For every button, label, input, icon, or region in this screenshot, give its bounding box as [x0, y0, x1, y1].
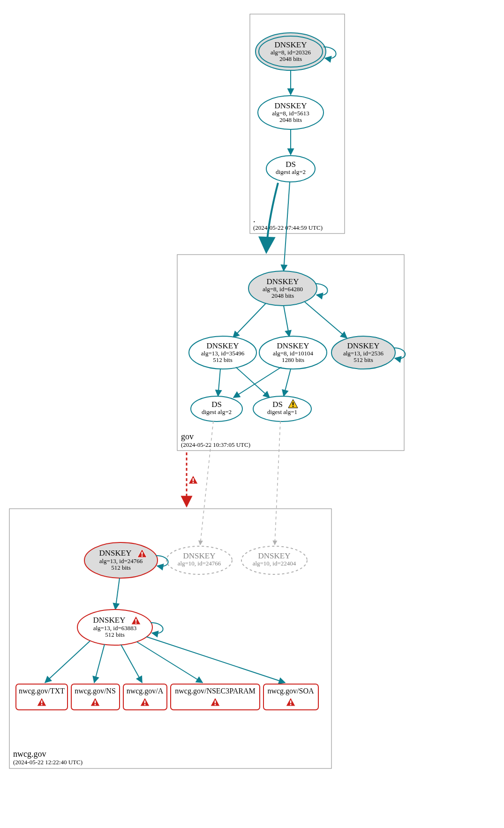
- rrset-ns[interactable]: nwcg.gov/NS: [71, 684, 120, 710]
- node-root-zsk[interactable]: DNSKEY alg=8, id=5613 2048 bits: [258, 96, 323, 129]
- zone-nwcg: nwcg.gov (2024-05-22 12:22:40 UTC): [9, 509, 331, 768]
- svg-text:.: .: [253, 215, 256, 224]
- zone-nwcg-name: nwcg.gov: [13, 749, 46, 759]
- svg-text:(2024-05-22 10:37:05 UTC): (2024-05-22 10:37:05 UTC): [181, 441, 250, 448]
- edge-z13-ds2: [218, 369, 220, 396]
- svg-text:alg=10, id=22404: alg=10, id=22404: [253, 560, 296, 567]
- svg-text:DNSKEY: DNSKEY: [207, 341, 239, 350]
- rrset-txt[interactable]: nwcg.gov/TXT: [16, 684, 68, 710]
- node-gov-ds2[interactable]: DS digest alg=2: [191, 396, 242, 422]
- node-gov-zsk13[interactable]: DNSKEY alg=13, id=35496 512 bits: [189, 336, 256, 369]
- node-gov-ksk[interactable]: DNSKEY alg=8, id=64280 2048 bits: [248, 271, 317, 306]
- node-nwcg-ksk[interactable]: DNSKEY alg=13, id=24766 512 bits: [84, 542, 158, 578]
- svg-text:DNSKEY: DNSKEY: [275, 40, 307, 49]
- svg-text:DNSKEY: DNSKEY: [99, 549, 132, 557]
- edge-govksk-z13: [233, 303, 266, 338]
- edge-z8-ds1: [284, 369, 291, 396]
- edge-zsk-a: [121, 645, 142, 683]
- svg-text:alg=8, id=20326: alg=8, id=20326: [271, 49, 311, 56]
- svg-text:512 bits: 512 bits: [111, 564, 131, 571]
- svg-text:alg=13, id=63883: alg=13, id=63883: [93, 625, 137, 632]
- svg-text:DNSKEY: DNSKEY: [275, 101, 307, 110]
- svg-text:DNSKEY: DNSKEY: [347, 341, 380, 350]
- zone-gov-time: (2024-05-22 10:37:05 UTC): [181, 441, 250, 448]
- svg-text:nwcg.gov: nwcg.gov: [13, 749, 46, 759]
- svg-text:DNSKEY: DNSKEY: [277, 341, 309, 350]
- node-root-ksk[interactable]: DNSKEY alg=8, id=20326 2048 bits: [256, 33, 326, 70]
- svg-text:alg=8, id=5613: alg=8, id=5613: [272, 110, 309, 117]
- edge-zsk-ns: [94, 644, 105, 683]
- svg-text:1280 bits: 1280 bits: [282, 356, 304, 363]
- node-gov-sep13[interactable]: DNSKEY alg=13, id=2536 512 bits: [331, 336, 395, 369]
- svg-text:2048 bits: 2048 bits: [279, 116, 302, 123]
- svg-text:DNSKEY: DNSKEY: [93, 616, 126, 625]
- edge-nwcgksk-zsk: [115, 578, 120, 610]
- svg-text:digest alg=1: digest alg=1: [267, 408, 297, 415]
- svg-text:DNSKEY: DNSKEY: [267, 277, 299, 286]
- svg-text:gov: gov: [181, 432, 194, 441]
- edge-govksk-sep13: [305, 302, 347, 338]
- svg-text:digest alg=2: digest alg=2: [202, 408, 232, 415]
- edge-ds1-nwcgkey2: [275, 421, 280, 545]
- zone-root-time: (2024-05-22 07:44:59 UTC): [253, 224, 323, 231]
- svg-text:nwcg.gov/NSEC3PARAM: nwcg.gov/NSEC3PARAM: [175, 687, 255, 695]
- zone-nwcg-time: (2024-05-22 12:22:40 UTC): [13, 759, 83, 766]
- svg-text:512 bits: 512 bits: [354, 356, 373, 363]
- svg-rect-44: [9, 509, 331, 768]
- svg-text:512 bits: 512 bits: [213, 356, 233, 363]
- svg-text:nwcg.gov/TXT: nwcg.gov/TXT: [19, 687, 65, 695]
- svg-text:512 bits: 512 bits: [105, 631, 125, 638]
- svg-text:(2024-05-22 07:44:59 UTC): (2024-05-22 07:44:59 UTC): [253, 224, 323, 231]
- zone-root-name: .: [253, 215, 256, 224]
- node-nwcg-ghost1[interactable]: DNSKEY alg=10, id=24766: [166, 546, 232, 574]
- warning-icon: [188, 475, 198, 484]
- node-gov-zsk8[interactable]: DNSKEY alg=8, id=10104 1280 bits: [259, 336, 327, 369]
- edge-zsk-txt: [45, 641, 90, 683]
- svg-text:alg=10, id=24766: alg=10, id=24766: [178, 560, 221, 567]
- svg-text:nwcg.gov/NS: nwcg.gov/NS: [75, 687, 116, 695]
- node-root-ds[interactable]: DS digest alg=2: [266, 156, 315, 182]
- svg-text:nwcg.gov/A: nwcg.gov/A: [127, 687, 164, 695]
- svg-text:DS: DS: [272, 400, 283, 409]
- svg-text:nwcg.gov/SOA: nwcg.gov/SOA: [267, 687, 314, 695]
- edge-root-gov-deleg: [266, 183, 278, 252]
- svg-text:2048 bits: 2048 bits: [279, 55, 302, 62]
- svg-text:DS: DS: [286, 160, 296, 169]
- edge-govksk-z8: [284, 306, 289, 337]
- svg-text:digest alg=2: digest alg=2: [276, 168, 306, 175]
- svg-text:alg=13, id=35496: alg=13, id=35496: [201, 350, 245, 357]
- node-nwcg-ghost2[interactable]: DNSKEY alg=10, id=22404: [241, 546, 307, 574]
- svg-text:DNSKEY: DNSKEY: [258, 551, 291, 560]
- zone-gov-name: gov: [181, 432, 194, 441]
- rrset-nsec3param[interactable]: nwcg.gov/NSEC3PARAM: [171, 684, 260, 710]
- svg-text:alg=8, id=10104: alg=8, id=10104: [273, 350, 314, 357]
- svg-text:alg=13, id=2536: alg=13, id=2536: [343, 350, 384, 357]
- edge-ds2-nwcgkey1: [200, 421, 213, 545]
- svg-text:DS: DS: [211, 400, 222, 409]
- svg-text:2048 bits: 2048 bits: [271, 292, 294, 299]
- edge-zsk-nsec: [137, 642, 203, 683]
- svg-text:alg=13, id=24766: alg=13, id=24766: [99, 557, 143, 565]
- edge-zsk-soa: [146, 637, 285, 683]
- rrset-soa[interactable]: nwcg.gov/SOA: [263, 684, 318, 710]
- rrset-a[interactable]: nwcg.gov/A: [123, 684, 167, 710]
- node-nwcg-zsk[interactable]: DNSKEY alg=13, id=63883 512 bits: [77, 610, 152, 645]
- svg-text:alg=8, id=64280: alg=8, id=64280: [263, 286, 303, 293]
- svg-text:DNSKEY: DNSKEY: [183, 551, 216, 560]
- svg-text:(2024-05-22 12:22:40 UTC): (2024-05-22 12:22:40 UTC): [13, 759, 83, 766]
- node-gov-ds1[interactable]: DS digest alg=1: [253, 396, 311, 422]
